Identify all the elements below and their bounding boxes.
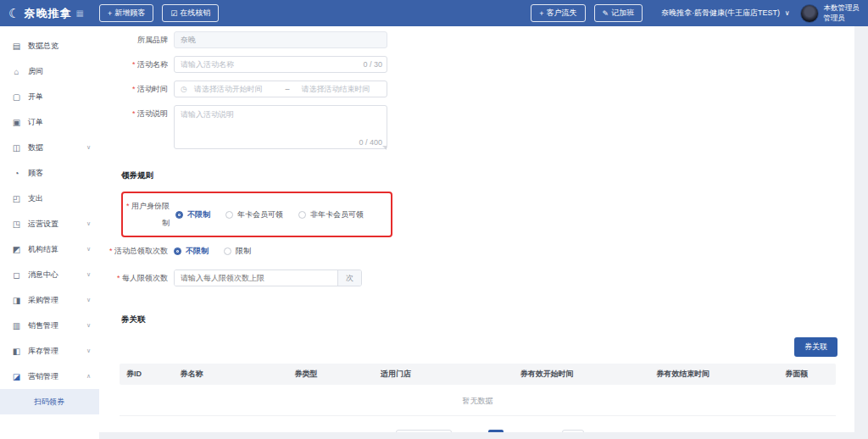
sidebar-item-label: 房间 bbox=[28, 66, 91, 77]
activity-desc-row: 活动说明 0 / 400 bbox=[109, 105, 854, 151]
total-claim-radio-group: 不限制限制 bbox=[174, 242, 266, 259]
activity-time-row: 活动时间 ◷ 请选择活动开始时间 – 请选择活动结束时间 bbox=[109, 81, 854, 97]
table-header-券有效结束时间: 券有效结束时间 bbox=[649, 364, 778, 385]
sidebar-menu: ▤数据总览⌂房间▢开单▣订单◫数据∨◔顾客◰支出◳运营设置∨◩机构结算∨◻消息中… bbox=[0, 26, 99, 439]
chevron-down-icon: ∨ bbox=[86, 271, 91, 278]
table-header-券类型: 券类型 bbox=[288, 364, 374, 385]
identity-limit-row: 用户身份限制 不限制年卡会员可领非年卡会员可领 bbox=[109, 192, 854, 242]
plus-icon: + bbox=[539, 9, 543, 18]
table-header-券名称: 券名称 bbox=[173, 364, 287, 385]
avatar[interactable] bbox=[800, 4, 819, 23]
radio-option-年卡会员可领[interactable]: 年卡会员可领 bbox=[225, 209, 283, 220]
activity-time-label: 活动时间 bbox=[109, 81, 174, 97]
activity-desc-textarea[interactable] bbox=[174, 105, 387, 149]
sidebar-item-采购管理[interactable]: ◨采购管理∨ bbox=[0, 287, 99, 313]
prev-page-button[interactable]: 上一页 bbox=[459, 432, 481, 433]
sidebar-item-label: 开单 bbox=[28, 92, 91, 103]
sidebar-item-数据[interactable]: ◫数据∨ bbox=[0, 135, 99, 160]
jump-page-input[interactable] bbox=[562, 430, 584, 432]
brand-logo[interactable]: ☾ 奈晚推拿 ▦ bbox=[8, 6, 84, 21]
chevron-down-icon: ∨ bbox=[86, 220, 91, 227]
per-person-input-wrap: 次 bbox=[174, 270, 362, 286]
admin-info[interactable]: 本数管理员 管理员 bbox=[824, 3, 860, 22]
sidebar-item-label: 消息中心 bbox=[28, 270, 86, 281]
edit-icon: ✎ bbox=[603, 9, 609, 18]
sidebar-subitem-扫码领券[interactable]: 扫码领券 bbox=[0, 389, 99, 414]
settlement-icon: ◩ bbox=[11, 245, 22, 254]
plus-icon: + bbox=[108, 9, 112, 18]
radio-option-限制[interactable]: 限制 bbox=[224, 246, 251, 257]
radio-option-不限制[interactable]: 不限制 bbox=[175, 209, 210, 220]
table-header-券ID: 券ID bbox=[120, 364, 173, 385]
customer-icon: ◔ bbox=[11, 169, 22, 178]
per-person-input[interactable] bbox=[175, 270, 337, 286]
dashboard-icon: ▤ bbox=[11, 42, 22, 51]
identity-limit-label: 用户身份限制 bbox=[123, 197, 175, 231]
sidebar-item-顾客[interactable]: ◔顾客 bbox=[0, 160, 99, 186]
radio-label: 非年卡会员可领 bbox=[310, 209, 364, 220]
empty-state: 暂无数据 bbox=[120, 385, 836, 416]
sidebar-item-订单[interactable]: ▣订单 bbox=[0, 109, 99, 135]
radio-option-非年卡会员可领[interactable]: 非年卡会员可领 bbox=[298, 209, 364, 220]
sidebar-item-开单[interactable]: ▢开单 bbox=[0, 84, 99, 109]
total-claim-row: 活动总领取次数 不限制限制 bbox=[109, 242, 854, 259]
radio-circle-icon bbox=[174, 247, 181, 255]
sidebar-item-label: 数据总览 bbox=[28, 41, 91, 52]
message-center-icon: ◻ bbox=[11, 270, 22, 280]
sidebar-item-label: 机构结算 bbox=[28, 244, 86, 255]
sidebar-item-label: 数据 bbox=[28, 142, 86, 153]
table-header-适用门店: 适用门店 bbox=[374, 364, 514, 385]
sidebar-item-支出[interactable]: ◰支出 bbox=[0, 186, 99, 211]
new-customer-button[interactable]: + 新增顾客 bbox=[99, 4, 153, 22]
main-area: 所属品牌 活动名称 0 / 30 活动时间 ◷ 请选择活动开始时间 – 请 bbox=[99, 26, 868, 439]
jump-label: 前往 bbox=[540, 432, 555, 433]
resize-handle-icon[interactable] bbox=[382, 146, 387, 150]
sales-icon: ▥ bbox=[11, 321, 22, 331]
radio-label: 不限制 bbox=[186, 246, 209, 257]
coupon-assoc-button[interactable]: 券关联 bbox=[794, 337, 837, 357]
chevron-down-icon: ∨ bbox=[86, 246, 91, 253]
date-range-picker[interactable]: ◷ 请选择活动开始时间 – 请选择活动结束时间 bbox=[174, 81, 387, 97]
activity-name-input[interactable] bbox=[174, 56, 387, 73]
sidebar-item-房间[interactable]: ⌂房间 bbox=[0, 58, 99, 84]
radio-circle-icon bbox=[225, 211, 233, 219]
topbar: ☾ 奈晚推拿 ▦ + 新增顾客 ☑ 在线核销 + 客户流失 ✎ 记加班 奈晚推拿… bbox=[0, 0, 868, 26]
sidebar-item-label: 订单 bbox=[28, 117, 91, 128]
sidebar-item-销售管理[interactable]: ▥销售管理∨ bbox=[0, 313, 99, 338]
content-panel: 所属品牌 活动名称 0 / 30 活动时间 ◷ 请选择活动开始时间 – 请 bbox=[99, 26, 854, 432]
room-icon: ⌂ bbox=[11, 67, 22, 76]
overtime-button[interactable]: ✎ 记加班 bbox=[594, 4, 643, 22]
operation-settings-icon: ◳ bbox=[11, 220, 22, 229]
radio-circle-icon bbox=[175, 211, 183, 219]
order-icon: ▣ bbox=[11, 118, 22, 127]
coupon-table-header: 券ID券名称券类型适用门店券有效开始时间券有效结束时间券面额 bbox=[120, 364, 836, 385]
desc-char-counter: 0 / 400 bbox=[359, 138, 382, 147]
sidebar-item-消息中心[interactable]: ◻消息中心∨ bbox=[0, 262, 99, 287]
radio-option-不限制[interactable]: 不限制 bbox=[174, 246, 209, 257]
store-selector[interactable]: 奈晚推拿·筋骨健康(牛王庙店TEST) ∨ bbox=[661, 8, 789, 19]
brand-title: 奈晚推拿 bbox=[24, 6, 71, 21]
sidebar-item-label: 库存管理 bbox=[28, 346, 86, 357]
chevron-up-icon: ∧ bbox=[86, 373, 91, 380]
radio-label: 不限制 bbox=[187, 209, 210, 220]
next-page-button[interactable]: 下一页 bbox=[510, 432, 533, 433]
brand-label: 所属品牌 bbox=[109, 31, 174, 48]
sidebar-item-运营设置[interactable]: ◳运营设置∨ bbox=[0, 211, 99, 236]
table-header-券面额: 券面额 bbox=[778, 364, 836, 385]
clock-icon: ◷ bbox=[181, 85, 187, 93]
sidebar-item-机构结算[interactable]: ◩机构结算∨ bbox=[0, 236, 99, 262]
sidebar-item-库存管理[interactable]: ◧库存管理∨ bbox=[0, 338, 99, 364]
identity-radio-group: 不限制年卡会员可领非年卡会员可领 bbox=[175, 209, 379, 220]
customer-churn-button[interactable]: + 客户流失 bbox=[531, 4, 585, 22]
page-number-1[interactable]: 1 bbox=[488, 430, 504, 432]
admin-role: 管理员 bbox=[824, 14, 860, 23]
radio-label: 年卡会员可领 bbox=[237, 209, 283, 220]
radio-circle-icon bbox=[224, 247, 231, 255]
sidebar-item-数据总览[interactable]: ▤数据总览 bbox=[0, 33, 99, 58]
chevron-down-icon: ∨ bbox=[86, 322, 91, 329]
online-verify-button[interactable]: ☑ 在线核销 bbox=[162, 4, 219, 22]
sidebar-item-label: 支出 bbox=[28, 193, 91, 204]
sidebar-item-营销管理[interactable]: ◪营销管理∧ bbox=[0, 364, 99, 389]
brand-row: 所属品牌 bbox=[109, 31, 854, 48]
page-size-select[interactable]: 10条/页 ∨ bbox=[396, 430, 452, 432]
